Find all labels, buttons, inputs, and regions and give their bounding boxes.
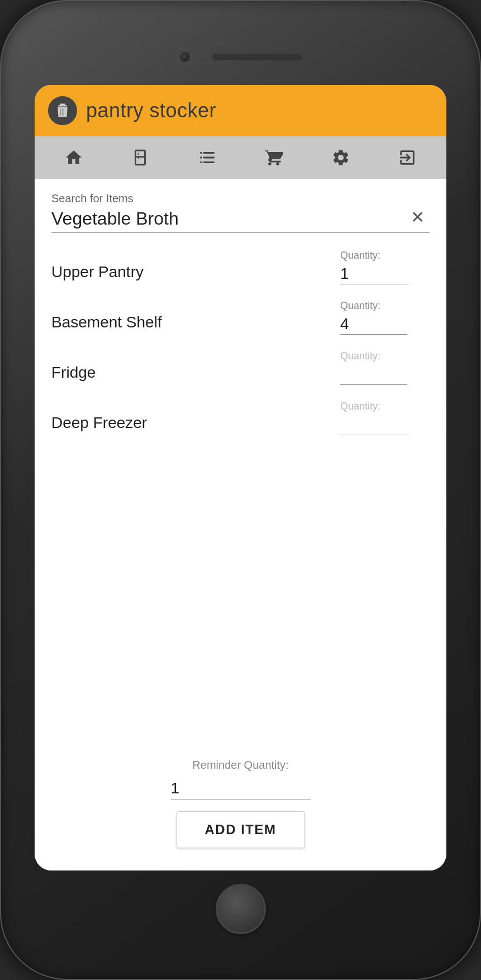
quantity-field-deep-freezer: Quantity: <box>340 401 430 435</box>
reminder-section: Reminder Quantity: <box>51 759 430 800</box>
add-item-button[interactable]: ADD ITEM <box>177 811 305 848</box>
location-row-deep-freezer: Deep Freezer Quantity: <box>51 401 430 435</box>
nav-cart[interactable] <box>261 145 286 170</box>
location-row-basement-shelf: Basement Shelf Quantity: <box>51 300 430 335</box>
close-button[interactable]: ✕ <box>405 204 430 229</box>
phone-bottom <box>35 870 446 934</box>
location-row-fridge: Fridge Quantity: <box>51 350 430 385</box>
quantity-field-basement-shelf: Quantity: <box>340 300 430 335</box>
phone-screen: pantry stocker <box>35 85 446 870</box>
search-underline <box>51 232 430 233</box>
main-content: Search for Items Vegetable Broth ✕ Upper… <box>35 179 446 870</box>
phone-top-bar <box>35 35 446 79</box>
quantity-label-basement-shelf: Quantity: <box>340 300 380 312</box>
home-button[interactable] <box>216 884 266 934</box>
home-icon <box>64 148 83 167</box>
location-name-basement-shelf: Basement Shelf <box>51 300 340 331</box>
nav-list[interactable] <box>195 145 220 170</box>
quantity-input-fridge[interactable] <box>340 364 407 385</box>
app-header: pantry stocker <box>35 85 446 136</box>
list-icon <box>198 148 217 167</box>
quantity-field-fridge: Quantity: <box>340 350 430 385</box>
add-item-section: ADD ITEM <box>51 811 430 848</box>
search-row: Search for Items Vegetable Broth ✕ <box>51 192 430 229</box>
reminder-label: Reminder Quantity: <box>51 759 430 772</box>
quantity-label-deep-freezer: Quantity: <box>340 401 380 412</box>
location-name-deep-freezer: Deep Freezer <box>51 401 340 432</box>
reminder-input-row <box>51 777 430 800</box>
location-row-upper-pantry: Upper Pantry Quantity: <box>51 250 430 284</box>
logout-icon <box>398 148 417 167</box>
search-label: Search for Items <box>51 192 405 205</box>
nav-fridge[interactable] <box>128 145 153 170</box>
app-logo <box>48 96 77 125</box>
quantity-label-fridge: Quantity: <box>340 350 380 362</box>
quantity-field-upper-pantry: Quantity: <box>340 250 430 284</box>
search-value[interactable]: Vegetable Broth <box>51 208 405 229</box>
search-section: Search for Items Vegetable Broth ✕ <box>51 192 430 233</box>
gear-icon <box>331 148 350 167</box>
app-title: pantry stocker <box>86 99 216 122</box>
phone-frame: pantry stocker <box>0 0 481 980</box>
cart-icon <box>264 148 283 167</box>
nav-settings[interactable] <box>328 145 353 170</box>
quantity-input-basement-shelf[interactable] <box>340 314 407 335</box>
quantity-input-upper-pantry[interactable] <box>340 264 407 284</box>
fridge-icon <box>131 148 150 167</box>
camera <box>180 52 190 62</box>
nav-logout[interactable] <box>395 145 420 170</box>
jar-icon <box>54 102 71 119</box>
speaker <box>212 54 302 60</box>
quantity-label-upper-pantry: Quantity: <box>340 250 380 261</box>
location-name-fridge: Fridge <box>51 350 340 382</box>
nav-bar <box>35 136 446 179</box>
quantity-input-deep-freezer[interactable] <box>340 415 407 435</box>
nav-home[interactable] <box>61 145 86 170</box>
locations-section: Upper Pantry Quantity: Basement Shelf Qu… <box>51 250 430 753</box>
location-name-upper-pantry: Upper Pantry <box>51 250 340 281</box>
reminder-input[interactable] <box>171 777 311 800</box>
search-field-area: Search for Items Vegetable Broth <box>51 192 405 229</box>
